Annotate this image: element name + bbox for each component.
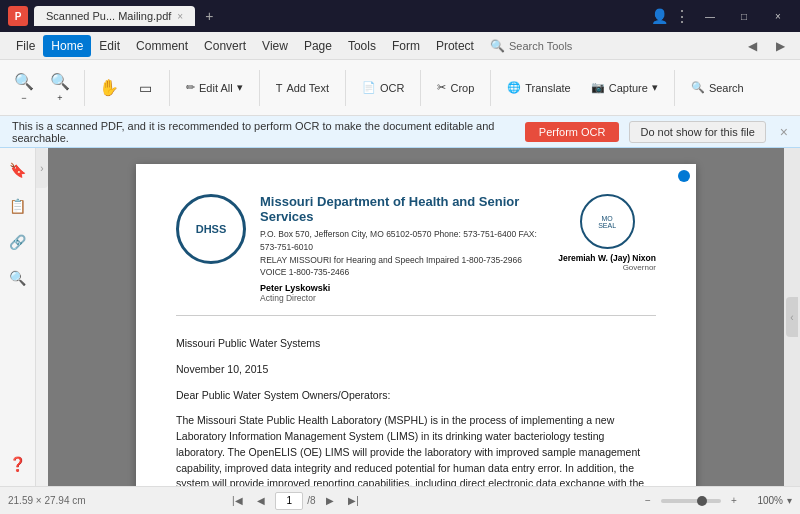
translate-btn[interactable]: 🌐 Translate: [499, 74, 578, 102]
zoom-out-icon: 🔍: [14, 72, 34, 91]
right-sidebar: ‹: [784, 148, 800, 486]
maximize-btn[interactable]: □: [730, 6, 758, 26]
capture-btn[interactable]: 📷 Capture ▾: [583, 74, 666, 102]
pdf-date: November 10, 2015: [176, 362, 656, 378]
zoom-in-btn[interactable]: 🔍 +: [44, 65, 76, 111]
menu-tools[interactable]: Tools: [340, 35, 384, 57]
right-expand-btn[interactable]: ‹: [786, 297, 798, 337]
left-sidebar: 🔖 📋 🔗 🔍 ❓: [0, 148, 36, 486]
menu-protect[interactable]: Protect: [428, 35, 482, 57]
dhss-logo: DHSS: [176, 194, 246, 264]
pdf-page: DHSS Missouri Department of Health and S…: [136, 164, 696, 486]
page-number-input[interactable]: [275, 492, 303, 510]
divider-1: [84, 70, 85, 106]
menu-comment[interactable]: Comment: [128, 35, 196, 57]
hand-tool-icon: ✋: [99, 78, 119, 97]
perform-ocr-btn[interactable]: Perform OCR: [525, 122, 620, 142]
zoom-in-small-btn[interactable]: +: [725, 492, 743, 510]
user-icon: 👤: [651, 8, 668, 24]
close-btn[interactable]: ×: [764, 6, 792, 26]
pdf-relay: RELAY MISSOURI for Hearing and Speech Im…: [260, 254, 548, 280]
edit-all-btn[interactable]: ✏ Edit All ▾: [178, 74, 251, 102]
ocr-banner-text: This is a scanned PDF, and it is recomme…: [12, 120, 515, 144]
nav-forward-btn[interactable]: ▶: [768, 34, 792, 58]
ocr-btn[interactable]: 📄 OCR: [354, 74, 412, 102]
title-bar: P Scanned Pu... Mailing.pdf × + 👤 ⋮ — □ …: [0, 0, 800, 32]
crop-btn[interactable]: ✂ Crop: [429, 74, 482, 102]
governor-name: Jeremiah W. (Jay) Nixon: [558, 253, 656, 263]
menu-page[interactable]: Page: [296, 35, 340, 57]
gov-seal: MOSEAL: [580, 194, 635, 249]
last-page-btn[interactable]: ▶|: [344, 492, 364, 510]
app-icon: P: [8, 6, 28, 26]
pdf-content-area: DHSS Missouri Department of Health and S…: [48, 148, 784, 486]
divider-4: [345, 70, 346, 106]
sidebar-help-icon[interactable]: ❓: [4, 450, 32, 478]
page-size-label: 21.59 × 27.94 cm: [8, 495, 86, 506]
do-not-show-btn[interactable]: Do not show for this file: [629, 121, 765, 143]
translate-icon: 🌐: [507, 81, 521, 94]
select-tool-icon: ▭: [139, 80, 152, 96]
divider-2: [169, 70, 170, 106]
divider-6: [490, 70, 491, 106]
tab-close-btn[interactable]: ×: [177, 11, 183, 22]
sidebar-pages-icon[interactable]: 📋: [4, 192, 32, 220]
menu-view[interactable]: View: [254, 35, 296, 57]
page-total-label: /8: [307, 495, 315, 506]
edit-dropdown-icon: ▾: [237, 81, 243, 94]
new-tab-btn[interactable]: +: [205, 8, 213, 24]
divider-7: [674, 70, 675, 106]
search-btn[interactable]: 🔍 Search: [683, 74, 752, 102]
zoom-value-label: 100%: [747, 495, 783, 506]
add-text-icon: T: [276, 82, 283, 94]
left-panel: 🔖 📋 🔗 🔍 ❓ ›: [0, 148, 48, 486]
pdf-body: Missouri Public Water Systems November 1…: [176, 336, 656, 486]
tab-title: Scanned Pu... Mailing.pdf: [46, 10, 171, 22]
dept-name: Missouri Department of Health and Senior…: [260, 194, 548, 224]
active-tab[interactable]: Scanned Pu... Mailing.pdf ×: [34, 6, 195, 26]
menu-edit[interactable]: Edit: [91, 35, 128, 57]
sidebar-search-icon[interactable]: 🔍: [4, 264, 32, 292]
ocr-icon: 📄: [362, 81, 376, 94]
sidebar-expand-btn[interactable]: ›: [36, 148, 48, 188]
next-page-btn[interactable]: ▶: [320, 492, 340, 510]
search-tools-icon: 🔍: [490, 39, 505, 53]
zoom-out-small-btn[interactable]: −: [639, 492, 657, 510]
more-options-icon[interactable]: ⋮: [674, 7, 690, 26]
pdf-salutation: Dear Public Water System Owners/Operator…: [176, 388, 656, 404]
select-tool-btn[interactable]: ▭: [129, 65, 161, 111]
divider-3: [259, 70, 260, 106]
zoom-out-btn[interactable]: 🔍 −: [8, 65, 40, 111]
sidebar-bookmark-icon[interactable]: 🔖: [4, 156, 32, 184]
menu-file[interactable]: File: [8, 35, 43, 57]
zoom-dropdown-btn[interactable]: ▾: [787, 495, 792, 506]
prev-page-btn[interactable]: ◀: [251, 492, 271, 510]
menu-form[interactable]: Form: [384, 35, 428, 57]
pdf-recipient: Missouri Public Water Systems: [176, 336, 656, 352]
menu-bar: File Home Edit Comment Convert View Page…: [0, 32, 800, 60]
divider-5: [420, 70, 421, 106]
crop-icon: ✂: [437, 81, 446, 94]
sidebar-link-icon[interactable]: 🔗: [4, 228, 32, 256]
pdf-para1: The Missouri State Public Health Laborat…: [176, 413, 656, 486]
hand-tool-btn[interactable]: ✋: [93, 65, 125, 111]
zoom-slider[interactable]: [661, 499, 721, 503]
menu-convert[interactable]: Convert: [196, 35, 254, 57]
add-text-btn[interactable]: T Add Text: [268, 74, 337, 102]
edit-pencil-icon: ✏: [186, 81, 195, 94]
edit-indicator: [678, 170, 690, 182]
menu-home[interactable]: Home: [43, 35, 91, 57]
pdf-header: DHSS Missouri Department of Health and S…: [176, 194, 656, 316]
first-page-btn[interactable]: |◀: [227, 492, 247, 510]
nav-back-btn[interactable]: ◀: [740, 34, 764, 58]
governor-title: Governor: [558, 263, 656, 272]
search-tools-btn[interactable]: 🔍 Search Tools: [482, 35, 580, 57]
minimize-btn[interactable]: —: [696, 6, 724, 26]
zoom-slider-thumb: [697, 496, 707, 506]
pdf-governor: MOSEAL Jeremiah W. (Jay) Nixon Governor: [558, 194, 656, 272]
zoom-controls: − + 100% ▾: [639, 492, 792, 510]
banner-close-btn[interactable]: ×: [780, 124, 788, 140]
search-icon: 🔍: [691, 81, 705, 94]
pdf-director: Peter Lyskowski Acting Director: [260, 283, 548, 303]
bottom-bar: 21.59 × 27.94 cm |◀ ◀ /8 ▶ ▶| − + 100% ▾: [0, 486, 800, 514]
